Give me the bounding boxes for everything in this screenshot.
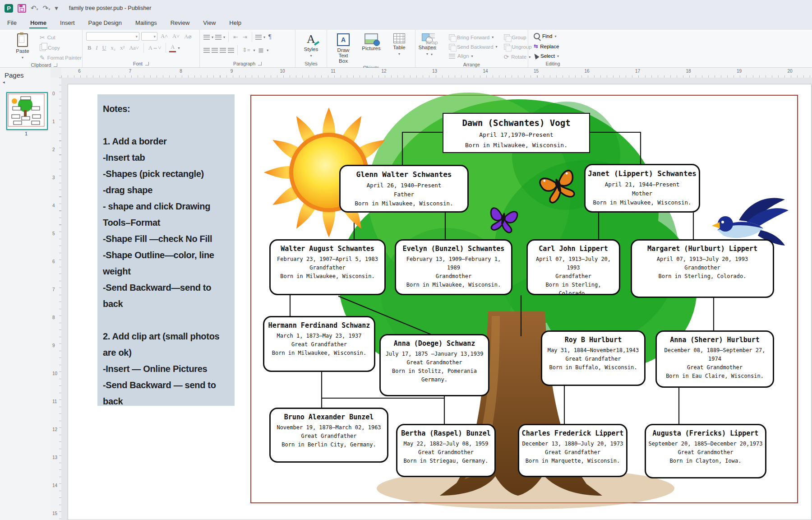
font-color-button[interactable]: A (169, 43, 176, 52)
superscript-button[interactable]: x² (119, 44, 126, 52)
subscript-button[interactable]: x₂ (110, 44, 117, 52)
h-ruler-tick-16: 16 (584, 69, 589, 74)
person-name: Anna (Sherer) Hurlburt (659, 336, 770, 344)
ribbon-tab-insert[interactable]: Insert (59, 17, 76, 30)
person-box-janet[interactable]: Janet (Lippert) Schwantes April 21, 1944… (584, 164, 700, 213)
table-button[interactable]: Table ▾ (387, 32, 412, 58)
notes-line: 2. Add clip art (small photos are ok) (103, 328, 229, 361)
align-right-icon[interactable] (220, 48, 226, 53)
select-button[interactable]: Select▾ (532, 52, 561, 60)
pictures-icon (364, 33, 378, 44)
font-dialog-launcher-icon[interactable] (145, 62, 149, 65)
paragraph-dialog-launcher-icon[interactable] (258, 62, 262, 65)
ribbon-tab-view[interactable]: View (202, 17, 217, 30)
cut-button[interactable]: ✂Cut (38, 33, 83, 42)
replace-button[interactable]: ⇆Replace (532, 42, 561, 50)
underline-button[interactable]: U (101, 44, 108, 52)
person-box-augusta[interactable]: Augusta (Frericks) Lippert September 20,… (645, 424, 766, 478)
title-bar: P ↶▾ ↷▾ ▾ family tree poster.pub - Publi… (0, 0, 812, 16)
person-box-anna-doege[interactable]: Anna (Doege) Schwanz July 17, 1875 –Janu… (379, 334, 489, 396)
person-box-roy[interactable]: Roy B Hurlburt May 31, 1884–November18,1… (541, 330, 646, 386)
person-relation: Great Grandfather (521, 448, 624, 457)
draw-text-box-button[interactable]: A Draw Text Box (331, 32, 356, 65)
bold-button[interactable]: B (86, 44, 92, 52)
notes-line: 1. Add a border (103, 133, 229, 149)
change-case-button[interactable]: Aa˅ (128, 44, 140, 52)
bullets-icon[interactable] (203, 35, 210, 40)
italic-button[interactable]: I (94, 44, 99, 52)
ribbon-tab-file[interactable]: File (6, 17, 18, 30)
clear-formatting-button[interactable]: A⌀ (183, 32, 193, 41)
notes-line: -Shape Fill —check No Fill (103, 231, 229, 247)
person-birthplace: Born in Sterling, Colorado. (634, 272, 770, 281)
wrap-text-button[interactable]: Wrap Text ▾ (419, 32, 444, 59)
page-thumbnail[interactable] (6, 92, 48, 130)
person-box-bertha[interactable]: Bertha (Raspel) Bunzel May 22, 1882–July… (396, 424, 496, 477)
ribbon-tab-mailings[interactable]: Mailings (134, 17, 158, 30)
ribbon-tab-review[interactable]: Review (170, 17, 191, 30)
ungroup-icon (504, 44, 510, 50)
copy-button[interactable]: Copy (38, 43, 83, 52)
font-name-combobox[interactable]: ▾ (86, 32, 139, 41)
notes-line: -Send Backward — send to back (103, 377, 229, 409)
line-spacing-icon[interactable]: ⇕≡ (241, 46, 252, 54)
person-dates: December 08, 1889–September 27, 1974 (659, 346, 770, 363)
decrease-indent-icon[interactable]: ⇤ (232, 33, 239, 41)
align-button[interactable]: Align▾ (447, 52, 499, 60)
grow-font-button[interactable]: A˄ (159, 32, 169, 40)
horizontal-ruler[interactable]: 67891011121314151617181920 (61, 68, 812, 78)
h-ruler-tick-20: 20 (787, 69, 792, 74)
justify-icon[interactable] (228, 48, 234, 53)
send-backward-button[interactable]: Send Backward▾ (447, 43, 499, 51)
person-box-anna-sherer[interactable]: Anna (Sherer) Hurlburt December 08, 1889… (655, 330, 774, 388)
v-ruler-tick-9: 9 (52, 343, 55, 348)
show-paragraph-marks-icon[interactable]: ¶ (267, 33, 272, 41)
wrap-text-icon (429, 33, 435, 38)
save-icon[interactable] (18, 4, 26, 13)
person-box-evelyn[interactable]: Evelyn (Bunzel) Schwantes February 13, 1… (395, 239, 512, 295)
clipboard-dialog-launcher-icon[interactable] (54, 63, 57, 67)
clipboard-group-label: Clipboard (31, 62, 51, 68)
paste-button[interactable]: Paste ▾ (10, 32, 35, 62)
numbering-icon[interactable] (215, 35, 221, 40)
person-box-charles[interactable]: Charles Frederick Lippert December 13, 1… (518, 424, 627, 477)
font-color-dropdown-icon[interactable]: ▾ (178, 46, 180, 50)
pages-collapse-icon[interactable]: ◂ (0, 80, 51, 84)
v-ruler-tick-13: 13 (52, 455, 57, 460)
align-left-icon[interactable] (203, 48, 210, 53)
columns-icon[interactable] (255, 35, 262, 40)
ribbon-tab-home[interactable]: Home (29, 17, 47, 30)
quick-access-customize-icon[interactable]: ▾ (55, 4, 58, 12)
replace-icon: ⇆ (534, 43, 538, 49)
vertical-ruler[interactable]: 0123456789101112131415 (51, 78, 62, 520)
align-center-icon[interactable] (212, 48, 218, 53)
styles-button[interactable]: A Styles ▾ (299, 32, 324, 60)
increase-indent-icon[interactable]: ⇥ (241, 33, 249, 41)
pictures-button[interactable]: Pictures (359, 32, 384, 52)
notes-text-box[interactable]: Notes:1. Add a border -Insert tab-Shapes… (97, 94, 235, 406)
person-box-margaret[interactable]: Margaret (Hurlburt) Lippert April 07, 19… (631, 239, 774, 298)
person-dates: December 13, 1880–July 20, 1973 (521, 440, 624, 448)
undo-button[interactable]: ↶▾ (31, 4, 38, 12)
styles-icon: A (307, 33, 315, 45)
person-box-glenn[interactable]: Glenn Walter Schwantes April 26, 1940–Pr… (339, 165, 469, 213)
h-ruler-tick-7: 7 (129, 69, 132, 74)
shrink-font-button[interactable]: A˅ (171, 32, 181, 40)
ribbon-tab-page-design[interactable]: Page Design (88, 17, 123, 30)
format-painter-button[interactable]: ✎Format Painter (38, 53, 83, 62)
find-button[interactable]: Find▾ (532, 32, 558, 40)
character-spacing-button[interactable]: A⇔˅ (147, 44, 163, 52)
person-box-hermann[interactable]: Hermann Ferdinand Schwanz March 1, 1873–… (263, 316, 375, 372)
font-size-combobox[interactable]: ▾ (141, 32, 157, 41)
person-box-dawn[interactable]: Dawn (Schwantes) Vogt April 17,1970–Pres… (443, 113, 590, 153)
redo-button[interactable]: ↷▾ (43, 4, 51, 12)
borders-icon[interactable]: ▦ (257, 46, 265, 54)
person-box-bruno[interactable]: Bruno Alexander Bunzel November 19, 1878… (269, 408, 388, 463)
ribbon-tab-help[interactable]: Help (228, 17, 242, 30)
page-thumbnail-number: 1 (6, 131, 46, 136)
bring-forward-button[interactable]: Bring Forward▾ (447, 33, 499, 41)
person-box-walter[interactable]: Walter August Schwantes February 23, 190… (269, 239, 386, 295)
person-dates: February 23, 1907–April 5, 1983 (273, 255, 382, 264)
publisher-window: P ↶▾ ↷▾ ▾ family tree poster.pub - Publi… (0, 0, 812, 520)
person-box-carl[interactable]: Carl John Lippert April 07, 1913–July 20… (526, 239, 620, 295)
